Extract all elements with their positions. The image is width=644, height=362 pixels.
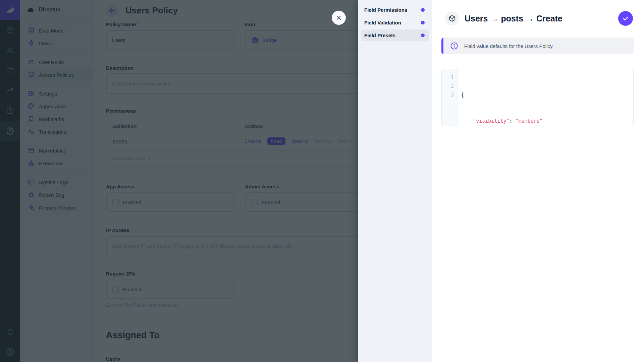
line-number-gutter: 1 2 3 — [442, 69, 458, 126]
info-notice: Field value defaults for the Users Polic… — [441, 38, 634, 54]
drawer-close-button[interactable] — [332, 11, 346, 25]
drawer-header-icon-circle — [445, 11, 459, 25]
drawer-title: Users → posts → Create — [465, 14, 562, 23]
tab-field-permissions[interactable]: Field Permissions — [361, 4, 429, 16]
cube-icon — [448, 15, 456, 22]
check-icon — [622, 15, 629, 22]
close-icon — [335, 14, 342, 21]
drawer-navigation: Field Permissions Field Validation Field… — [358, 0, 432, 362]
line-number: 3 — [442, 90, 454, 99]
status-dot-icon — [421, 21, 425, 24]
notice-text: Field value defaults for the Users Polic… — [464, 43, 554, 49]
line-number: 1 — [442, 73, 454, 82]
code-content[interactable]: { "visibility": "members" } — [458, 69, 543, 126]
line-number: 2 — [442, 82, 454, 90]
code-line: "visibility": "members" — [461, 117, 543, 125]
status-dot-icon — [421, 34, 425, 37]
drawer-content: Users → posts → Create Field value defau… — [432, 0, 644, 362]
confirm-button[interactable] — [618, 11, 633, 26]
tab-field-presets[interactable]: Field Presets — [361, 29, 429, 41]
code-editor[interactable]: 1 2 3 { "visibility": "members" } — [441, 69, 634, 126]
status-dot-icon — [421, 8, 425, 12]
tab-field-validation[interactable]: Field Validation — [361, 17, 429, 28]
code-line: { — [461, 90, 543, 99]
info-icon — [450, 42, 458, 50]
field-presets-drawer: Field Permissions Field Validation Field… — [358, 0, 644, 362]
